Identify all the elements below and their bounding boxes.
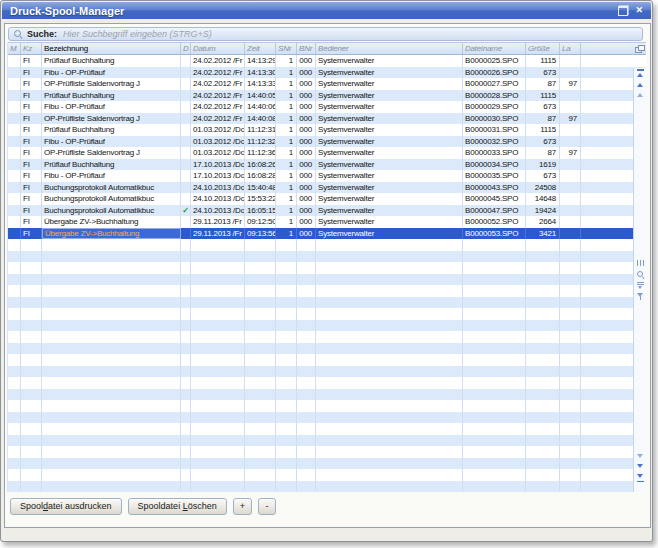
- cell-zeit: [245, 377, 276, 389]
- cell-m: [8, 274, 21, 286]
- cell-bezeichnung: [42, 458, 181, 470]
- cell-kz: [21, 469, 42, 481]
- cell-groesse: [526, 285, 560, 297]
- cell-kz: FI: [21, 159, 42, 171]
- table-row[interactable]: FIÜbergabe ZV->Buchhaltung29.11.2013 /Fr…: [8, 216, 646, 228]
- cell-dateiname: B0000032.SPO: [463, 136, 526, 148]
- column-header-la[interactable]: La: [560, 43, 581, 54]
- table-row[interactable]: FIFibu - OP-Prüflauf17.10.2013 /Do16:08:…: [8, 170, 646, 182]
- cell-bnr: 000: [297, 136, 316, 148]
- table-row[interactable]: FIPrüflauf Buchhaltung24.02.2012 /Fr14:1…: [8, 55, 646, 67]
- close-icon[interactable]: ✕: [635, 6, 643, 15]
- table-row[interactable]: FIFibu - OP-Prüflauf24.02.2012 /Fr14:13:…: [8, 67, 646, 79]
- restore-window-icon[interactable]: [618, 6, 628, 16]
- cell-kz: FI: [21, 55, 42, 67]
- cell-snr: 1: [276, 193, 297, 205]
- scroll-page-down-icon[interactable]: [636, 454, 645, 460]
- empty-row: [8, 423, 646, 435]
- cell-bezeichnung: [42, 343, 181, 355]
- cell-bediener: Systemverwalter: [316, 205, 463, 217]
- table-row[interactable]: FIPrüflauf Buchhaltung17.10.2013 /Do16:0…: [8, 159, 646, 171]
- cell-bezeichnung: Prüflauf Buchhaltung: [42, 90, 181, 102]
- scroll-to-bottom-icon[interactable]: [636, 474, 645, 480]
- cell-bediener: [316, 377, 463, 389]
- scroll-to-top-icon[interactable]: [636, 71, 645, 77]
- cell-m: [8, 78, 21, 90]
- scroll-up-icon[interactable]: [636, 81, 645, 87]
- cell-d: [181, 308, 191, 320]
- cell-zeit: 15:53:22: [245, 193, 276, 205]
- cell-bezeichnung: OP-Prüfliste Saldenvortrag J: [42, 78, 181, 90]
- list-select-icon[interactable]: [636, 282, 645, 288]
- table-row[interactable]: FIBuchungsprotokoll Automatikbuc24.10.20…: [8, 193, 646, 205]
- column-header-snr[interactable]: SNr: [276, 43, 297, 54]
- cell-d: [181, 412, 191, 424]
- delete-spool-button[interactable]: Spooldatei Löschen: [128, 498, 227, 515]
- table-row[interactable]: FIBuchungsprotokoll Automatikbuc24.10.20…: [8, 182, 646, 194]
- table-row[interactable]: FIÜbergabe ZV->Buchhaltung29.11.2013 /Fr…: [8, 228, 646, 240]
- plus-button[interactable]: +: [233, 498, 252, 515]
- cell-la: [560, 435, 581, 447]
- cell-m: [8, 90, 21, 102]
- cell-snr: 1: [276, 216, 297, 228]
- columns-icon[interactable]: [636, 260, 645, 266]
- cell-zeit: 16:05:15: [245, 205, 276, 217]
- cell-kz: [21, 343, 42, 355]
- search-bar[interactable]: Suche: Hier Suchbegriff eingeben (STRG+S…: [8, 27, 643, 41]
- cell-bediener: [316, 389, 463, 401]
- cell-bnr: 000: [297, 216, 316, 228]
- cell-kz: [21, 412, 42, 424]
- table-row[interactable]: FIOP-Prüfliste Saldenvortrag J24.02.2012…: [8, 78, 646, 90]
- table-row[interactable]: FIFibu - OP-Prüflauf24.02.2012 /Fr14:40:…: [8, 101, 646, 113]
- empty-row: [8, 331, 646, 343]
- cell-datum: 24.10.2013 /Do: [191, 182, 245, 194]
- column-header-bezeichnung[interactable]: Bezeichnung: [42, 43, 181, 54]
- table-row[interactable]: FIPrüflauf Buchhaltung01.03.2012 /Do11:1…: [8, 124, 646, 136]
- scroll-down-icon[interactable]: [636, 464, 645, 470]
- column-header-bediener[interactable]: Bediener: [316, 43, 463, 54]
- column-header-m[interactable]: M: [8, 43, 21, 54]
- column-header-datum[interactable]: Datum: [191, 43, 245, 54]
- column-header-kz[interactable]: Kz: [21, 43, 42, 54]
- column-header-bnr[interactable]: BNr: [297, 43, 316, 54]
- filter-icon[interactable]: [636, 293, 645, 299]
- cell-la: [560, 67, 581, 79]
- scroll-page-up-icon[interactable]: [636, 91, 645, 97]
- cell-bediener: Systemverwalter: [316, 101, 463, 113]
- column-header-groesse[interactable]: Größe: [526, 43, 560, 54]
- cell-d: [181, 239, 191, 251]
- cell-d: [181, 55, 191, 67]
- cell-bezeichnung: Prüflauf Buchhaltung: [42, 159, 181, 171]
- cell-datum: 29.11.2013 /Fr: [191, 216, 245, 228]
- zoom-search-icon[interactable]: [636, 271, 645, 277]
- cell-dateiname: B0000053.SPO: [463, 228, 526, 240]
- table-row[interactable]: FIPrüflauf Buchhaltung24.02.2012 /Fr14:4…: [8, 90, 646, 102]
- column-header-d[interactable]: D: [181, 43, 191, 54]
- cell-m: [8, 435, 21, 447]
- cell-la: [560, 216, 581, 228]
- cell-groesse: [526, 354, 560, 366]
- column-chooser-icon[interactable]: [635, 45, 644, 53]
- table-row[interactable]: FIOP-Prüfliste Saldenvortrag J01.03.2012…: [8, 147, 646, 159]
- minus-button[interactable]: -: [258, 498, 276, 515]
- cell-bnr: 000: [297, 101, 316, 113]
- table-row[interactable]: FIBuchungsprotokoll Automatikbuc✓24.10.2…: [8, 205, 646, 217]
- cell-snr: [276, 285, 297, 297]
- cell-groesse: [526, 274, 560, 286]
- cell-bezeichnung: [42, 423, 181, 435]
- cell-bnr: 000: [297, 205, 316, 217]
- titlebar[interactable]: Druck-Spool-Manager ✕: [2, 2, 651, 19]
- cell-bediener: [316, 262, 463, 274]
- table-row[interactable]: FIOP-Prüfliste Saldenvortrag J24.02.2012…: [8, 113, 646, 125]
- print-spool-button[interactable]: Spooldatei ausdrucken: [10, 498, 122, 515]
- cell-zeit: [245, 308, 276, 320]
- cell-datum: 29.11.2013 /Fr: [191, 228, 245, 240]
- cell-zeit: [245, 320, 276, 332]
- cell-m: [8, 423, 21, 435]
- column-header-dateiname[interactable]: Dateiname: [463, 43, 526, 54]
- cell-datum: 24.02.2012 /Fr: [191, 113, 245, 125]
- table-body: FIPrüflauf Buchhaltung24.02.2012 /Fr14:1…: [8, 55, 646, 492]
- search-input[interactable]: Hier Suchbegriff eingeben (STRG+S): [63, 29, 212, 39]
- column-header-zeit[interactable]: Zeit: [245, 43, 276, 54]
- table-row[interactable]: FIFibu - OP-Prüflauf01.03.2012 /Do11:12:…: [8, 136, 646, 148]
